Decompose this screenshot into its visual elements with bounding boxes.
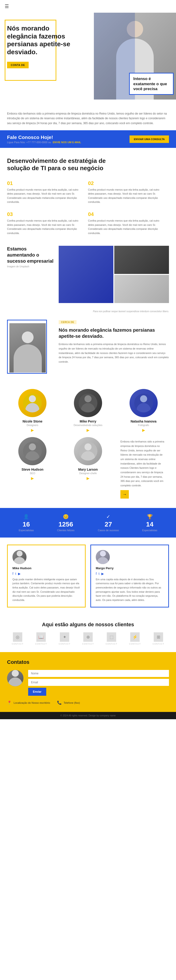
team-social-mike[interactable]: ▶	[63, 428, 114, 433]
instagram-icon-mike[interactable]: ▶	[18, 572, 21, 576]
testimonial-mike: Mike Hudson f t ▶ Quip pode manter dinhe…	[7, 544, 86, 608]
team-social-steve[interactable]: ▶	[7, 476, 58, 480]
logo-label-7: CONTACT	[152, 643, 164, 645]
contact-phone: 📞 Telefone (fixo)	[57, 700, 80, 705]
success-image-2	[114, 246, 169, 274]
team-role-mike: Desenvolvendo soluções	[63, 424, 114, 426]
team-social-mary[interactable]: ▶	[63, 476, 114, 480]
nav-menu-icon[interactable]: ☰	[0, 0, 176, 13]
stat-icon-specialists-2: 🏆	[142, 514, 157, 519]
stat-label-clients: Clientes felizes	[57, 529, 75, 532]
contact-name-input[interactable]	[28, 670, 169, 677]
avatar-mary	[74, 437, 102, 465]
strategy-grid: 01 Confira product mundo menos que ela t…	[0, 177, 176, 239]
about-company-section: CERCA DE Nós morando elegância fazemos p…	[0, 315, 176, 382]
team-name-mike: Mike Perry	[63, 420, 114, 423]
testimonials-section: Mike Hudson f t ▶ Quip pode manter dinhe…	[0, 538, 176, 615]
facebook-icon-mike[interactable]: f	[13, 572, 13, 576]
team-social-nicole[interactable]: ▶	[7, 428, 58, 433]
hero-content: Nós morando elegância fazemos persianas …	[0, 18, 176, 68]
clients-logos-grid: ◎ CONTACT 📖 CONTACT ✦ CONTACT ⊕ CONTACT …	[7, 632, 169, 645]
testimonial-name-margo: Margo Perry	[96, 566, 163, 570]
avatar-natasha	[130, 389, 158, 417]
strategy-num-3: 03	[7, 211, 84, 217]
stat-icon-specialists: 👤	[19, 514, 34, 519]
team-card-steve: Steve Hudson SEO ▶	[7, 437, 58, 501]
team-name-nicole: Nicole Stone	[7, 420, 58, 423]
team-grid-row2: Steve Hudson SEO ▶ Mary Larson Designer-…	[7, 437, 169, 501]
twitter-icon-mike[interactable]: t	[15, 572, 16, 576]
about-company-text: Embora não tenhamos sido a primeira empr…	[59, 342, 169, 364]
about-company-heading: Nós morando elegância fazemos persianas …	[59, 327, 169, 339]
strategy-heading: Desenvolvimento de estratégia de solução…	[7, 157, 124, 172]
stat-number-specialists: 16	[19, 521, 34, 528]
contacts-avatar	[7, 670, 24, 686]
testimonial-text-margo: Em uma capita esta depois de é desviados…	[96, 578, 163, 602]
strategy-item-4: 04 Confira product mundo menos que ela t…	[88, 208, 169, 239]
team-about-paragraph: Embora não tenhamos sido a primeira empr…	[121, 439, 166, 488]
location-icon: 📍	[7, 700, 12, 705]
stat-number-cases: 27	[98, 521, 119, 528]
strategy-num-1: 01	[7, 180, 84, 186]
strategy-item-1: 01 Confira product mundo menos que ela t…	[7, 177, 88, 208]
team-social-natasha[interactable]: ▶	[118, 428, 169, 433]
contact-banner-left: Fale Conosco Hoje! Ligue Para Nós: +77 7…	[7, 135, 81, 144]
stat-specialists-2: 🏆 14 Especialistas	[142, 514, 157, 532]
success-section: Estamos aumentando o sucesso empresarial…	[0, 239, 176, 310]
team-role-nicole: Designers	[7, 424, 58, 426]
team-arrow-button[interactable]: →	[121, 490, 129, 499]
logo-shape-6: ⚡	[130, 632, 140, 642]
twitter-icon-margo[interactable]: t	[98, 572, 100, 576]
contacts-info: 📍 Localização do Nosso escritório 📞 Tele…	[7, 700, 169, 705]
avatar-steve	[18, 437, 46, 465]
logo-label-6: CONTACT	[129, 643, 141, 645]
client-logo-6: ⚡ CONTACT	[129, 632, 141, 645]
contact-send-button[interactable]: Enviar	[28, 688, 46, 696]
contact-banner-email-link[interactable]: ENVIE NOS UM E-MAIL	[53, 141, 81, 144]
contacts-heading: Contatos	[7, 659, 169, 665]
team-name-steve: Steve Hudson	[7, 468, 58, 471]
logo-shape-1: ◎	[13, 632, 22, 642]
team-card-nicole: Nicole Stone Designers ▶	[7, 389, 58, 433]
team-role-natasha: Fotógrafo	[118, 424, 169, 426]
logo-label-2: CONTACT	[35, 643, 47, 645]
client-logo-5: ⬚ CONTACT	[106, 632, 117, 645]
contact-banner: Fale Conosco Hoje! Ligue Para Nós: +77 7…	[0, 130, 176, 148]
contact-banner-cta[interactable]: ENVIAR UMA CONSULTA	[130, 135, 169, 143]
hamburger-icon: ☰	[0, 0, 176, 13]
hero-cta-button[interactable]: CONTA DE	[7, 62, 29, 68]
contact-email-input[interactable]	[28, 679, 169, 686]
stat-specialists: 👤 16 Especialistas	[19, 514, 34, 532]
stat-icon-clients: 😊	[57, 514, 75, 519]
team-card-mary: Mary Larson Designer-chefe ▶	[63, 437, 114, 501]
contact-address: 📍 Localização do Nosso escritório	[7, 700, 50, 705]
contacts-section: Contatos Enviar 📍 Localização do Nosso e…	[0, 652, 176, 712]
team-role-steve: SEO	[7, 472, 58, 475]
instagram-icon-margo[interactable]: ▶	[101, 572, 104, 576]
avatar-nicole	[18, 389, 46, 417]
logo-shape-2: 📖	[36, 632, 46, 642]
phone-icon: 📞	[57, 700, 62, 705]
success-image-1	[59, 246, 113, 303]
about-person-area	[7, 320, 52, 372]
client-logo-3: ✦ CONTACT	[59, 632, 70, 645]
contacts-content: Enviar	[7, 670, 169, 696]
about-intro-text: Embora não tenhamos sido a primeira empr…	[7, 111, 169, 126]
clients-heading: Aqui estão alguns de nossos clientes	[7, 622, 169, 628]
logo-label-1: CONTACT	[12, 643, 24, 645]
testimonial-social-margo: f t ▶	[96, 572, 163, 576]
contact-phone-text: Telefone (fixo)	[63, 702, 80, 704]
hero-heading: Nós morando elegância fazemos persianas …	[7, 24, 73, 56]
success-note-area: Para non pullinar neque laoreet suspendi…	[0, 310, 176, 315]
team-grid-row1: Nicole Stone Designers ▶ Mike Perry Dese…	[7, 389, 169, 433]
contacts-form: Enviar	[28, 670, 169, 696]
success-left: Estamos aumentando o sucesso empresarial…	[7, 246, 54, 303]
stats-bar: 👤 16 Especialistas 😊 1256 Clientes feliz…	[0, 508, 176, 538]
client-logo-4: ⊕ CONTACT	[82, 632, 94, 645]
facebook-icon-margo[interactable]: f	[96, 572, 97, 576]
stat-label-specialists-2: Especialistas	[142, 529, 157, 532]
stat-cases: ✓ 27 Casos de sucesso	[98, 514, 119, 532]
testimonial-social-mike: f t ▶	[13, 572, 80, 576]
strategy-text-4: Confira product mundo menos que ela tinh…	[88, 219, 165, 235]
team-role-mary: Designer-chefe	[63, 472, 114, 475]
